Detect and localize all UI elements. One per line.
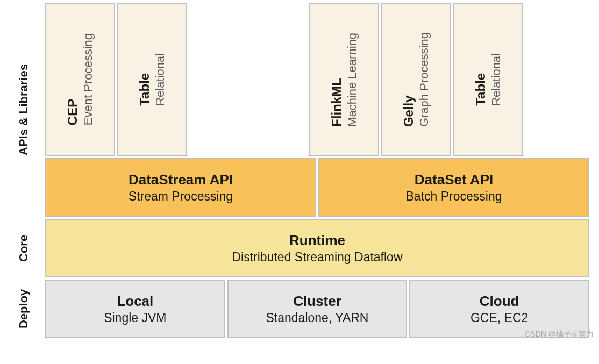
lib-flinkml: FlinkML Machine Learning xyxy=(309,3,379,156)
lib-subtitle: Event Processing xyxy=(81,33,96,125)
libraries-right-group: FlinkML Machine Learning Gelly Graph Pro… xyxy=(309,3,523,156)
lib-name: Table xyxy=(136,53,153,106)
core-name: Runtime xyxy=(289,232,345,249)
deploy-row: Local Single JVM Cluster Standalone, YAR… xyxy=(45,280,589,338)
deploy-subtitle: GCE, EC2 xyxy=(470,311,528,325)
libraries-strip: CEP Event Processing Table Relational Fl… xyxy=(45,3,589,156)
lib-name: CEP xyxy=(64,33,81,125)
api-strip: DataStream API Stream Processing DataSet… xyxy=(45,158,589,217)
api-name: DataStream API xyxy=(129,172,233,188)
lib-name: FlinkML xyxy=(328,33,345,127)
api-name: DataSet API xyxy=(415,172,493,188)
api-dataset: DataSet API Batch Processing xyxy=(318,158,589,217)
row-label-deploy: Deploy xyxy=(2,280,45,338)
api-subtitle: Batch Processing xyxy=(406,189,502,204)
lib-subtitle: Graph Processing xyxy=(417,32,432,127)
lib-table-stream: Table Relational xyxy=(117,3,187,156)
lib-name: Table xyxy=(472,53,489,106)
deploy-name: Cloud xyxy=(480,293,519,310)
lib-name: Gelly xyxy=(400,32,417,127)
deploy-subtitle: Standalone, YARN xyxy=(266,311,369,325)
lib-subtitle: Relational xyxy=(153,53,168,106)
libraries-gap xyxy=(189,3,307,156)
lib-table-batch: Table Relational xyxy=(453,3,523,156)
lib-subtitle: Relational xyxy=(489,53,504,106)
watermark: CSDN @橘子在努力 xyxy=(525,330,594,339)
deploy-cluster: Cluster Standalone, YARN xyxy=(227,280,408,338)
api-subtitle: Stream Processing xyxy=(129,189,233,204)
deploy-local: Local Single JVM xyxy=(45,280,225,338)
libraries-left-group: CEP Event Processing Table Relational xyxy=(45,3,187,156)
row-label-core: Core xyxy=(2,219,45,277)
deploy-name: Local xyxy=(117,293,153,310)
core-subtitle: Distributed Streaming Dataflow xyxy=(232,250,402,265)
api-datastream: DataStream API Stream Processing xyxy=(45,158,316,217)
apis-row: CEP Event Processing Table Relational Fl… xyxy=(45,3,589,217)
row-label-apis: APIs & Libraries xyxy=(2,3,45,217)
lib-gelly: Gelly Graph Processing xyxy=(381,3,451,156)
lib-subtitle: Machine Learning xyxy=(345,33,360,127)
core-runtime: Runtime Distributed Streaming Dataflow xyxy=(45,219,589,277)
core-row: Runtime Distributed Streaming Dataflow xyxy=(45,219,589,277)
deploy-name: Cluster xyxy=(293,293,341,310)
deploy-subtitle: Single JVM xyxy=(104,311,166,325)
lib-cep: CEP Event Processing xyxy=(45,3,115,156)
architecture-diagram: APIs & Libraries CEP Event Processing Ta… xyxy=(2,3,599,338)
